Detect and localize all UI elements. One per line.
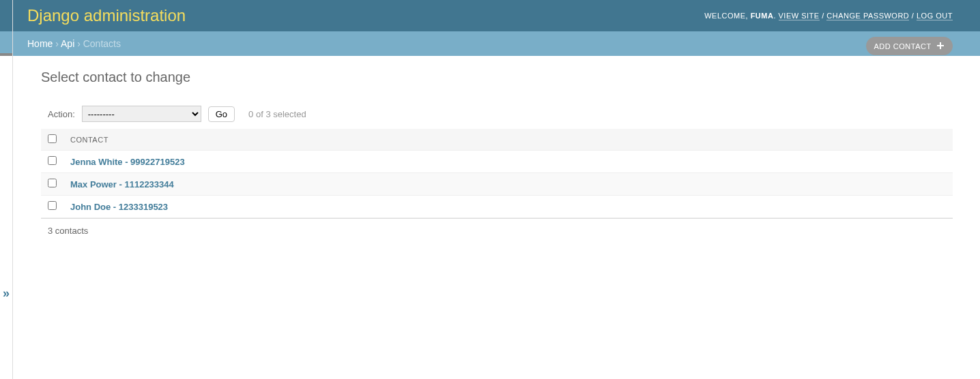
- table-row: John Doe - 1233319523: [41, 196, 953, 218]
- welcome-text: WELCOME,: [704, 12, 750, 20]
- site-title[interactable]: Django administration: [27, 6, 186, 25]
- row-checkbox[interactable]: [48, 156, 57, 165]
- add-contact-label: ADD CONTACT: [874, 42, 932, 50]
- username: FUMA: [751, 12, 774, 20]
- add-contact-button[interactable]: ADD CONTACT: [866, 37, 953, 55]
- breadcrumb-home[interactable]: Home: [27, 38, 53, 49]
- user-tools: WELCOME, FUMA. VIEW SITE / CHANGE PASSWO…: [704, 12, 953, 20]
- action-label: Action:: [48, 109, 75, 119]
- view-site-link[interactable]: VIEW SITE: [779, 12, 820, 20]
- sidebar-divider: [12, 0, 13, 256]
- action-select[interactable]: ---------: [82, 106, 201, 122]
- header-bar: Django administration WELCOME, FUMA. VIE…: [0, 0, 980, 31]
- select-all-header: [41, 129, 63, 151]
- breadcrumb-app[interactable]: Api: [61, 38, 74, 49]
- logout-link[interactable]: LOG OUT: [917, 12, 953, 20]
- contact-link[interactable]: Jenna White - 99922719523: [70, 157, 185, 167]
- table-row: Jenna White - 99922719523: [41, 151, 953, 173]
- selection-counter: 0 of 3 selected: [248, 109, 306, 119]
- contact-link[interactable]: John Doe - 1233319523: [70, 202, 168, 212]
- sidebar-scroll-indicator: [0, 53, 12, 56]
- row-checkbox[interactable]: [48, 179, 57, 187]
- actions-bar: Action: --------- Go 0 of 3 selected: [41, 99, 953, 129]
- select-all-checkbox[interactable]: [48, 134, 57, 143]
- plus-icon: [936, 41, 945, 51]
- go-button[interactable]: Go: [208, 106, 235, 122]
- contact-link[interactable]: Max Power - 1112233344: [70, 179, 174, 190]
- change-password-link[interactable]: CHANGE PASSWORD: [826, 12, 909, 20]
- breadcrumb-current: Contacts: [83, 38, 121, 49]
- page-title: Select contact to change: [41, 70, 190, 85]
- results-table: CONTACT Jenna White - 99922719523 Max Po…: [41, 129, 953, 218]
- table-row: Max Power - 1112233344: [41, 173, 953, 196]
- paginator-summary: 3 contacts: [41, 218, 953, 243]
- breadcrumb: Home › Api › Contacts: [0, 31, 980, 56]
- branding: Django administration: [27, 6, 186, 25]
- column-header-contact[interactable]: CONTACT: [63, 129, 953, 151]
- row-checkbox[interactable]: [48, 201, 57, 210]
